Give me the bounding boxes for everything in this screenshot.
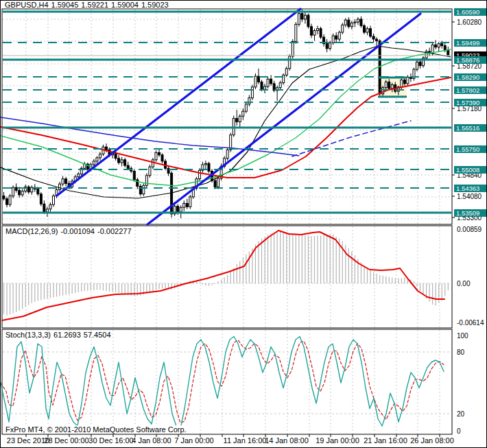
candle-body [326,44,328,49]
candle-body [348,20,350,27]
time-axis-label: 26 Jan 08:00 [410,436,454,445]
time-scale[interactable]: 23 Dec 201028 Dec 00:0030 Dec 16:004 Jan… [1,436,452,447]
candle-body [363,26,365,33]
candle-body [62,179,64,184]
ohlc-high: 1.59221 [81,1,108,9]
candle-body [152,160,154,167]
candle-body [6,199,8,204]
macd-signal-value: -0.002277 [97,227,132,235]
candle-body [214,180,216,187]
candle-body [9,196,11,204]
candle-body [158,152,161,154]
candle-body [329,43,331,48]
candle-body [261,82,263,89]
candle-body [298,14,300,25]
candle-body [19,190,21,195]
candle-body [254,76,257,87]
candle-body [149,167,151,175]
price-scale[interactable]: 1.602801.587201.571801.548401.540801.533… [453,1,487,448]
stoch-scale-label: 80 [457,349,464,356]
candle-body [15,187,17,190]
candle-body [37,189,39,194]
candle-body [31,187,33,192]
candle-body [177,207,179,212]
candle-body [307,15,309,27]
candle-body [198,170,200,178]
candle-body [65,179,67,184]
symbol-timeframe: GBPUSD,H4 [5,1,49,9]
price-axis-label: 1.54080 [457,193,482,200]
candle-body [52,196,54,204]
candle-body [372,36,375,39]
chart-ohlc-header: GBPUSD,H41.590451.592211.590041.59023 [5,1,171,9]
candle-body [155,152,157,159]
time-axis-label: 7 Jan 00:00 [174,436,214,445]
candle-body [444,46,446,50]
price-level-badge: 1.56516 [454,124,486,132]
candle-body [99,154,101,158]
candle-body [376,39,378,40]
candle-body [285,69,287,75]
ohlc-low: 1.59004 [111,1,139,9]
candle-body [304,15,306,19]
candle-body [121,160,123,163]
candle-body [379,41,381,94]
platform-attribution: FxPro MT4, © 2001-2010 MetaQuotes Softwa… [4,425,188,434]
candle-body [236,119,238,122]
candle-body [366,29,368,32]
candle-body [354,22,356,23]
time-axis-label: 28 Dec 00:00 [44,436,88,445]
time-axis-label: 30 Dec 16:00 [88,436,133,445]
ohlc-open: 1.59045 [51,1,79,9]
chart-canvas[interactable] [1,1,487,448]
stoch-scale-label: 20 [457,410,464,418]
candle-body [416,62,418,69]
price-level-badge: 1.55750 [454,145,486,153]
stoch-name: Stoch(13,3,3) [5,331,51,339]
candle-body [264,86,266,89]
candle-body [171,173,173,213]
candle-body [133,171,135,179]
candle-body [21,191,23,195]
candle-body [351,23,353,26]
candle-body [267,79,269,86]
candle-body [12,187,14,196]
price-level-badge: 1.60590 [454,8,486,16]
stoch-indicator-label: Stoch(13,3,3)61.269357.4504 [5,331,114,339]
price-level-badge: 1.57390 [454,99,486,106]
time-axis-label: 21 Jan 16:00 [364,436,407,445]
candle-body [208,163,210,171]
candle-body [27,187,29,191]
candle-body [295,24,297,41]
candle-body [317,29,319,31]
candle-body [357,19,359,22]
price-level-badge: 1.54363 [454,185,486,192]
candle-body [40,194,42,204]
candle-body [105,147,107,150]
candle-body [292,41,294,56]
candle-body [217,178,219,187]
candle-body [226,150,228,158]
candle-body [46,209,48,212]
candle-body [239,116,241,121]
candle-body [320,29,322,37]
candle-body [388,82,390,89]
candle-body [419,62,421,65]
candle-body [136,180,139,187]
candle-body [3,196,5,199]
price-level-badge: 1.55008 [454,166,486,174]
macd-scale-label: 0.00859 [457,226,482,233]
candle-body [360,19,362,26]
candle-body [342,25,344,32]
mt4-chart-window: GBPUSD,H41.590451.592211.590041.59023 MA… [0,0,487,448]
candle-body [245,104,247,111]
candle-body [332,36,334,43]
price-level-badge: 1.59499 [454,39,486,47]
candle-body [335,36,337,39]
time-axis-label: 11 Jan 16:00 [224,436,267,445]
candle-body [242,111,244,116]
candle-body [127,165,129,168]
time-axis-label: 19 Jan 00:00 [316,436,359,445]
price-level-badge: 1.58876 [454,56,486,64]
time-axis-label: 4 Jan 08:00 [132,436,171,445]
